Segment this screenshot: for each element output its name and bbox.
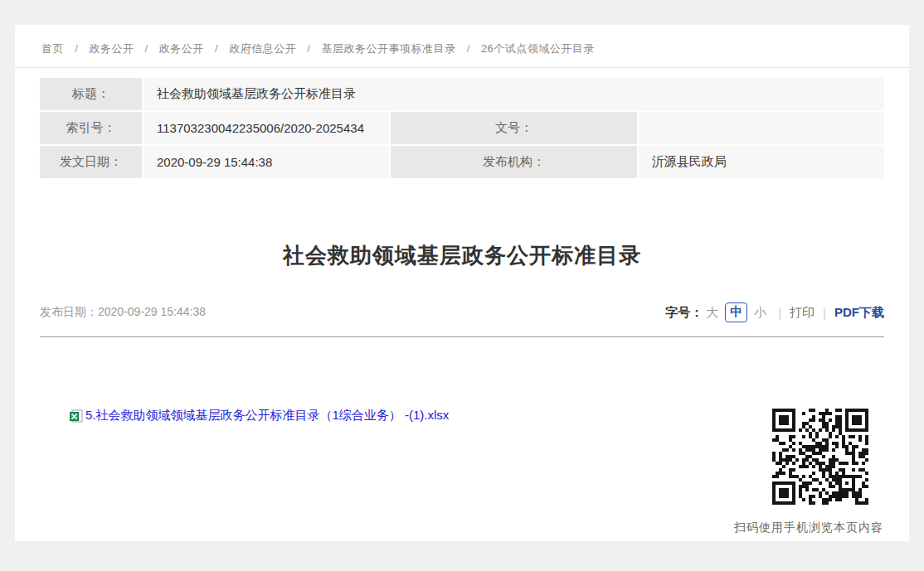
table-row: 标题： 社会救助领域基层政务公开标准目录 (40, 78, 884, 110)
title-label: 标题： (40, 78, 142, 110)
content-card: 首页 / 政务公开 / 政务公开 / 政府信息公开 / 基层政务公开事项标准目录… (15, 25, 909, 541)
breadcrumb-pilot-catalog[interactable]: 26个试点领域公开目录 (481, 42, 595, 55)
breadcrumb-zhengwu-gongkai-1[interactable]: 政务公开 (89, 42, 134, 55)
attachment-download-link[interactable]: 5.社会救助领域领域基层政务公开标准目录（1综合业务） -(1).xlsx (85, 408, 449, 423)
index-number-label: 索引号： (40, 112, 142, 144)
print-button[interactable]: 打印 (790, 305, 815, 321)
issuing-agency-label: 发布机构： (391, 146, 636, 178)
breadcrumb-separator: / (307, 42, 310, 55)
table-row: 发文日期： 2020-09-29 15:44:38 发布机构： 沂源县民政局 (40, 146, 884, 178)
qr-block: 扫码使用手机浏览本页内容 (734, 406, 883, 535)
breadcrumb-home[interactable]: 首页 (41, 42, 64, 55)
breadcrumb-gov-info[interactable]: 政府信息公开 (229, 42, 296, 55)
fontsize-label: 字号： (665, 305, 703, 321)
qr-code (770, 406, 871, 507)
publish-date: 发布日期：2020-09-29 15:44:38 (40, 305, 206, 320)
page-title: 社会救助领域基层政务公开标准目录 (15, 241, 909, 270)
breadcrumb: 首页 / 政务公开 / 政务公开 / 政府信息公开 / 基层政务公开事项标准目录… (15, 25, 909, 56)
doc-number-value (639, 112, 884, 144)
breadcrumb-divider (15, 67, 909, 68)
fontsize-small-button[interactable]: 小 (754, 305, 766, 321)
breadcrumb-separator: / (75, 42, 78, 55)
table-row: 索引号： 113703230042235006/2020-2025434 文号： (40, 112, 884, 144)
issue-date-label: 发文日期： (40, 146, 142, 178)
document-meta-table: 标题： 社会救助领域基层政务公开标准目录 索引号： 11370323004223… (38, 76, 886, 180)
page-background: { "breadcrumb": { "separator": "/", "ite… (0, 0, 924, 571)
breadcrumb-zhengwu-gongkai-2[interactable]: 政务公开 (159, 42, 204, 55)
publish-date-label: 发布日期： (40, 305, 98, 318)
article-toolbar: 字号： 大 中 小 | 打印 | PDF下载 (665, 302, 884, 322)
excel-file-icon (69, 409, 83, 423)
breadcrumb-separator: / (467, 42, 470, 55)
breadcrumb-separator: / (145, 42, 148, 55)
doc-number-label: 文号： (391, 112, 636, 144)
pdf-download-button[interactable]: PDF下载 (834, 305, 884, 321)
qr-caption: 扫码使用手机浏览本页内容 (734, 520, 883, 535)
breadcrumb-separator: / (215, 42, 218, 55)
toolbar-separator: | (778, 306, 781, 320)
fontsize-medium-button[interactable]: 中 (725, 302, 747, 322)
index-number-value: 113703230042235006/2020-2025434 (143, 112, 389, 144)
breadcrumb-standard-catalog[interactable]: 基层政务公开事项标准目录 (322, 42, 456, 55)
issuing-agency-value: 沂源县民政局 (639, 146, 884, 178)
article-divider (40, 336, 884, 337)
publish-date-value: 2020-09-29 15:44:38 (98, 305, 206, 318)
fontsize-large-button[interactable]: 大 (706, 305, 718, 321)
title-value: 社会救助领域基层政务公开标准目录 (143, 78, 884, 110)
issue-date-value: 2020-09-29 15:44:38 (143, 146, 389, 178)
toolbar-separator: | (823, 306, 826, 320)
article-info-bar: 发布日期：2020-09-29 15:44:38 字号： 大 中 小 | 打印 … (40, 302, 884, 323)
